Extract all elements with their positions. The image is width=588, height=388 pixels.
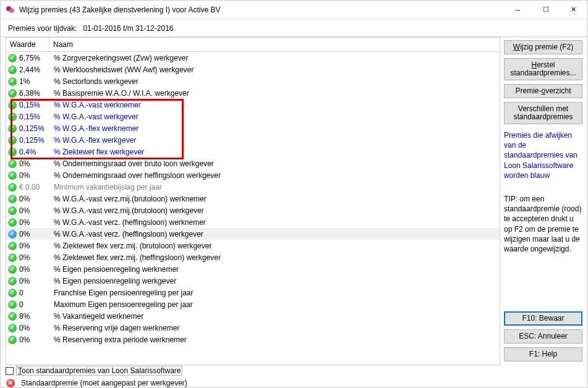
row-name: % W.G.A.-flex werkgever: [54, 136, 500, 145]
row-value: 0%: [18, 159, 54, 168]
toon-standaard-checkbox[interactable]: [6, 367, 14, 375]
list-header: Waarde Naam: [6, 37, 500, 52]
table-row[interactable]: 0%% Ziektewet flex verz.mij. (brutoloon)…: [6, 240, 500, 251]
table-row[interactable]: 0%% W.G.A.-vast verz.mij.(brutoloon) wer…: [6, 193, 500, 205]
annuleer-button[interactable]: ESC: Annuleer: [504, 329, 582, 344]
row-name: % Basispremie W.A.O./ W.I.A. werkgever: [54, 89, 500, 98]
check-green-icon: [8, 65, 17, 74]
row-name: % Ziektewet flex verz.mij. (brutoloon) w…: [54, 242, 500, 250]
check-green-icon: [8, 89, 17, 98]
check-green-icon: [8, 242, 17, 250]
table-row[interactable]: 0Franchise Eigen pensioenregeling per ja…: [6, 287, 500, 298]
col-header-value[interactable]: Waarde: [6, 38, 49, 51]
app-logo-icon: [6, 5, 15, 15]
row-name: Franchise Eigen pensioenregeling per jaa…: [54, 289, 500, 297]
verschillen-button[interactable]: Verschillen metstandaardpremies: [504, 102, 582, 124]
table-row[interactable]: 0%% W.G.A.-vast verz. (heffingsloon) wer…: [6, 216, 500, 228]
check-green-icon: [8, 148, 17, 156]
check-green-icon: [8, 300, 17, 309]
subheader-range: 01-01-2016 t/m 31-12-2016: [83, 24, 173, 33]
table-row[interactable]: € 0,00Minimum vakantiebijslag per jaar: [6, 181, 500, 193]
check-green-icon: [8, 195, 17, 203]
table-row[interactable]: 6,75%% Zorgverzekeringswet (Zvw) werkgev…: [6, 52, 500, 64]
wijzig-premie-button[interactable]: Wijzig premie (F2): [504, 40, 582, 54]
check-green-icon: [8, 265, 17, 274]
row-name: % Ondernemingsraad over bruto loon werkg…: [54, 159, 500, 168]
row-value: 1%: [18, 77, 54, 86]
row-value: € 0,00: [18, 183, 54, 192]
row-name: % Ziektewet flex verz.mij. (heffingsloon…: [54, 253, 500, 262]
toon-standaard-label[interactable]: Toon standaardpremies van Loon Salarisso…: [16, 366, 182, 376]
premies-list-pane: Waarde Naam 6,75%% Zorgverzekeringswet (…: [1, 37, 500, 365]
check-green-icon: [8, 312, 17, 321]
error-icon: [6, 379, 15, 387]
side-pane: Wijzig premie (F2) Herstelstandaardpremi…: [500, 37, 587, 365]
row-value: 0%: [18, 230, 54, 238]
table-row[interactable]: 0,15%% W.G.A.-vast werknemer: [6, 99, 500, 111]
minimize-button[interactable]: ─: [504, 1, 532, 19]
table-row[interactable]: 2,44%% Werkloosheidswet (WW Awf) werkgev…: [6, 64, 500, 75]
subheader-label: Premies voor tijdvak:: [8, 24, 77, 33]
table-row[interactable]: 6,38%% Basispremie W.A.O./ W.I.A. werkge…: [6, 87, 500, 99]
table-row[interactable]: 0,4%% Ziektewet flex werkgever: [6, 146, 500, 158]
row-value: 0%: [18, 253, 54, 262]
row-name: % Reservering vrije dagen werknemer: [54, 324, 500, 332]
row-name: % W.G.A.-vast werknemer: [54, 101, 500, 109]
premie-overzicht-button[interactable]: Premie-overzicht: [504, 84, 582, 98]
table-row[interactable]: 0,125%% W.G.A.-flex werknemer: [6, 122, 500, 134]
check-green-icon: [8, 136, 17, 145]
table-row[interactable]: 0%% Ziektewet flex verz.mij. (heffingslo…: [6, 251, 500, 263]
row-name: Maximum Eigen pensioenregeling per jaar: [54, 300, 500, 309]
check-green-icon: [8, 77, 17, 86]
herstel-standaard-button[interactable]: Herstelstandaardpremies...: [504, 58, 582, 80]
table-row[interactable]: 0%% Ondernemingsraad over bruto loon wer…: [6, 158, 500, 169]
row-value: 8%: [18, 312, 54, 321]
titlebar: Wijzig premies (43 Zakelijke dienstverle…: [1, 1, 587, 19]
row-value: 0: [18, 300, 54, 309]
check-blue-icon: [8, 230, 17, 238]
row-name: % Ziektewet flex werkgever: [54, 148, 500, 156]
row-value: 0,4%: [18, 148, 54, 156]
row-name: Minimum vakantiebijslag per jaar: [54, 183, 500, 192]
row-value: 0%: [18, 171, 54, 180]
row-value: 0,15%: [18, 112, 54, 121]
table-row[interactable]: 1%% Sectorfonds werkgever: [6, 75, 500, 87]
table-row[interactable]: 0,125%% W.G.A.-flex werkgever: [6, 134, 500, 146]
row-name: % W.G.A.-vast werkgever: [54, 112, 500, 121]
row-name: % W.G.A.-vast verz. (heffingsloon) werkn…: [54, 218, 500, 227]
table-row[interactable]: 0,15%% W.G.A.-vast werkgever: [6, 111, 500, 122]
table-row[interactable]: 0%% W.G.A.-vast verz.mij.(brutoloon) wer…: [6, 205, 500, 216]
row-name: % Zorgverzekeringswet (Zvw) werkgever: [54, 54, 500, 62]
check-green-icon: [8, 218, 17, 227]
legend-label: Standaardpremie (moet aangepast per werk…: [21, 379, 187, 387]
close-button[interactable]: ✕: [560, 1, 587, 19]
table-row[interactable]: 0Maximum Eigen pensioenregeling per jaar: [6, 298, 500, 310]
row-name: % Sectorfonds werkgever: [54, 77, 500, 86]
bewaar-button[interactable]: F10: Bewaar: [504, 311, 582, 326]
table-row[interactable]: 0%% Reservering extra periode werknemer: [6, 334, 500, 345]
row-name: % W.G.A.-vast verz.mij.(brutoloon) werkn…: [54, 195, 500, 203]
check-green-icon: [8, 124, 17, 133]
table-row[interactable]: 0%% Eigen pensioenregeling werknemer: [6, 263, 500, 275]
row-name: % Werkloosheidswet (WW Awf) werkgever: [54, 65, 500, 74]
help-button[interactable]: F1: Help: [504, 347, 582, 361]
row-name: % W.G.A.-vast verz. (heffingsloon) werkg…: [54, 230, 500, 238]
subheader: Premies voor tijdvak: 01-01-2016 t/m 31-…: [1, 19, 587, 37]
table-row[interactable]: 0%% Ondernemingsraad over heffingsloon w…: [6, 169, 500, 181]
maximize-button[interactable]: ☐: [532, 1, 560, 19]
side-note-tip: TIP: om een standaardpremie (rood) te ac…: [504, 194, 582, 254]
table-row[interactable]: 8%% Vakantiegeld werknemer: [6, 310, 500, 322]
row-name: % W.G.A.-vast verz.mij.(brutoloon) werkg…: [54, 206, 500, 215]
check-green-icon: [8, 171, 17, 180]
row-name: % Vakantiegeld werknemer: [54, 312, 500, 321]
row-value: 0%: [18, 206, 54, 215]
check-green-icon: [8, 253, 17, 262]
table-row[interactable]: 0%% Reservering vrije dagen werknemer: [6, 322, 500, 334]
table-row[interactable]: 0%% Eigen pensioenregeling werkgever: [6, 275, 500, 287]
row-value: 2,44%: [18, 65, 54, 74]
list-body[interactable]: 6,75%% Zorgverzekeringswet (Zvw) werkgev…: [6, 52, 500, 365]
check-green-icon: [8, 289, 17, 297]
col-header-name[interactable]: Naam: [49, 38, 500, 51]
table-row[interactable]: 0%% W.G.A.-vast verz. (heffingsloon) wer…: [6, 228, 500, 240]
check-green-icon: [8, 324, 17, 332]
